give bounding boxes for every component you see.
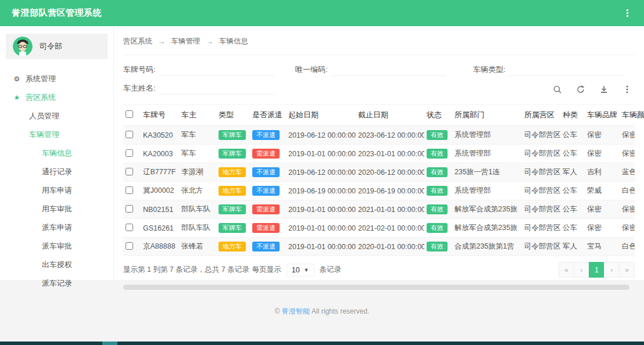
- sidebar-item-派车记录[interactable]: 派车记录: [0, 274, 113, 293]
- download-icon[interactable]: [599, 84, 609, 95]
- sidebar-item-营区系统[interactable]: ★营区系统: [0, 88, 113, 107]
- cell-end_date: 2020-06-12 00:00:00: [356, 163, 424, 182]
- prev-page-button[interactable]: ‹: [574, 262, 589, 278]
- cell-camp: 司令部营区: [522, 163, 560, 182]
- header-kebab-menu-icon[interactable]: [622, 8, 632, 18]
- row-checkbox[interactable]: [126, 224, 133, 231]
- record-range-text: 显示第 1 到第 7 条记录，总共 7 条记录: [123, 265, 249, 275]
- user-card[interactable]: 司令部: [6, 34, 108, 59]
- sidebar: 司令部 ⚙系统管理★营区系统人员管理车辆管理车辆信息通行记录用车申请用车审批派车…: [0, 26, 114, 280]
- cell-start_date: 2019-06-12 00:00:00: [286, 163, 356, 182]
- cell-plate: 辽B7777F: [141, 163, 179, 182]
- company-link[interactable]: 誉澄智能: [282, 307, 310, 315]
- cell-camp: 司令部营区: [522, 219, 560, 238]
- dispatch-badge: 不派遣: [252, 167, 280, 177]
- cell-kind: 公车: [560, 182, 585, 200]
- sidebar-item-人员管理[interactable]: 人员管理: [0, 107, 113, 125]
- pagination-info: 显示第 1 到第 7 条记录，总共 7 条记录 每页显示 10 ▼ 条记录: [123, 264, 341, 276]
- user-avatar: [13, 37, 33, 56]
- first-page-button[interactable]: «: [559, 262, 574, 278]
- sidebar-item-用车审批[interactable]: 用车审批: [0, 200, 113, 218]
- breadcrumb: 营区系统→车辆管理→车辆信息: [123, 37, 635, 55]
- horizontal-scrollbar[interactable]: [123, 285, 629, 290]
- cell-department: 系统管理部: [452, 126, 522, 145]
- bottom-scrollbar-thumb[interactable]: [102, 342, 117, 345]
- user-name: 司令部: [40, 41, 62, 52]
- table-row: 冀J00002张北方地方车不派遣2019-06-19 00:00:002019-…: [123, 182, 635, 200]
- sidebar-item-出车授权[interactable]: 出车授权: [0, 256, 113, 274]
- page-size-select[interactable]: 10 ▼: [287, 264, 314, 276]
- cell-kind: 公车: [560, 126, 585, 145]
- type-badge: 地方车: [219, 167, 246, 177]
- cell-owner: 张北方: [179, 182, 216, 200]
- cell-color: 白色: [620, 182, 635, 200]
- breadcrumb-separator-icon: →: [158, 38, 166, 46]
- row-checkbox[interactable]: [126, 168, 133, 175]
- cell-brand: 保密: [585, 200, 620, 219]
- sidebar-item-派车审批[interactable]: 派车审批: [0, 237, 113, 256]
- vehicle-table: 车牌号车主类型是否派遣起始日期截止日期状态所属部门所属营区种类车辆品牌车辆颜色 …: [123, 104, 635, 256]
- column-header-起始日期: 起始日期: [286, 105, 356, 126]
- dispatch-badge: 不派遣: [252, 242, 280, 251]
- row-checkbox[interactable]: [126, 242, 133, 250]
- breadcrumb-item-车辆信息[interactable]: 车辆信息: [219, 37, 248, 46]
- cell-department: 系统管理部: [452, 182, 522, 200]
- row-checkbox[interactable]: [126, 205, 133, 213]
- row-checkbox[interactable]: [126, 131, 133, 138]
- owner-name-input[interactable]: [159, 82, 274, 95]
- filter-plate: 车牌号码:: [123, 63, 295, 76]
- column-header-所属部门: 所属部门: [452, 105, 522, 126]
- breadcrumb-separator-icon: →: [206, 38, 214, 46]
- status-badge: 有效: [427, 130, 448, 140]
- sidebar-item-用车申请[interactable]: 用车申请: [0, 181, 113, 200]
- cell-start_date: 2019-01-01 00:00:00: [286, 219, 356, 238]
- cell-plate: KA30520: [141, 126, 179, 145]
- cell-department: 解放军合成第235旅: [452, 219, 522, 238]
- type-badge: 军牌车: [219, 149, 246, 159]
- row-checkbox[interactable]: [126, 149, 133, 157]
- search-icon[interactable]: [552, 84, 563, 95]
- gear-icon: ⚙: [13, 75, 21, 83]
- status-badge: 有效: [427, 223, 448, 233]
- cell-color: 保密: [620, 126, 635, 145]
- more-options-icon[interactable]: [622, 84, 632, 95]
- unique-code-input[interactable]: [331, 63, 446, 76]
- sidebar-item-系统管理[interactable]: ⚙系统管理: [0, 70, 113, 88]
- cell-start_date: 2019-06-19 00:00:00: [286, 182, 356, 200]
- breadcrumb-item-车辆管理[interactable]: 车辆管理: [171, 37, 201, 46]
- plate-number-input[interactable]: [159, 63, 274, 76]
- cell-department: 系统管理部: [452, 145, 522, 163]
- sidebar-item-车辆管理[interactable]: 车辆管理: [0, 125, 113, 144]
- pager-buttons: «‹1›»: [559, 262, 635, 278]
- sidebar-item-派车申请[interactable]: 派车申请: [0, 218, 113, 237]
- filter-plate-label: 车牌号码:: [123, 64, 156, 75]
- table-header-row: 车牌号车主类型是否派遣起始日期截止日期状态所属部门所属营区种类车辆品牌车辆颜色: [123, 105, 635, 126]
- chevron-down-icon: ▼: [304, 267, 309, 273]
- cell-brand: 保密: [585, 145, 620, 163]
- star-icon: ★: [13, 94, 21, 102]
- cell-owner: 部队车队: [179, 200, 216, 219]
- cell-department: 235旅一营1连: [452, 163, 522, 182]
- cell-color: 保密: [620, 200, 635, 219]
- page-1-button[interactable]: 1: [589, 262, 604, 278]
- cell-start_date: 2019-01-01 00:00:00: [286, 200, 356, 219]
- breadcrumb-item-营区系统[interactable]: 营区系统: [123, 37, 152, 46]
- select-all-checkbox[interactable]: [126, 110, 133, 118]
- sidebar-item-车辆信息[interactable]: 车辆信息: [0, 144, 113, 163]
- refresh-icon[interactable]: [575, 84, 586, 95]
- cell-department: 解放军合成第235旅: [452, 200, 522, 219]
- row-checkbox[interactable]: [126, 186, 133, 194]
- cell-kind: 公车: [560, 145, 585, 163]
- sidebar-item-通行记录[interactable]: 通行记录: [0, 163, 113, 181]
- status-badge: 有效: [427, 204, 448, 214]
- sidebar-item-label: 车辆信息: [42, 148, 72, 159]
- cell-start_date: 2019-01-01 00:00:00: [286, 238, 356, 256]
- content: 营区系统→车辆管理→车辆信息 车牌号码: 唯一编码: 车辆类型: 车主姓名: [114, 26, 644, 280]
- last-page-button[interactable]: »: [619, 262, 635, 278]
- vehicle-type-input[interactable]: [509, 63, 624, 76]
- column-header-车辆品牌: 车辆品牌: [585, 105, 620, 126]
- cell-brand: 保密: [585, 219, 620, 238]
- cell-end_date: 2021-02-01 00:00:00: [356, 219, 424, 238]
- next-page-button[interactable]: ›: [604, 262, 620, 278]
- cell-color: 保密: [620, 145, 635, 163]
